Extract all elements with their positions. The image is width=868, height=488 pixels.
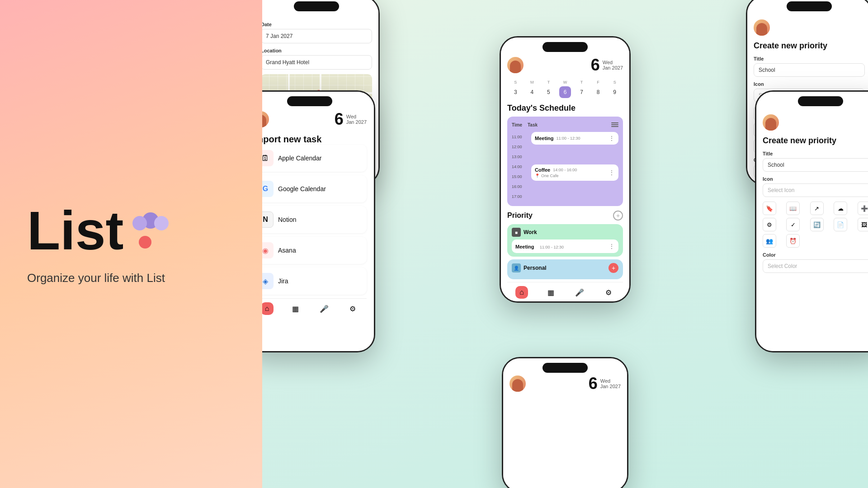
title-input[interactable]: School — [754, 63, 865, 77]
list-item[interactable]: ◈ Jira — [262, 267, 367, 295]
add-priority-button[interactable]: + — [613, 211, 623, 221]
avatar — [763, 114, 779, 131]
icon-cloud[interactable]: ☁ — [834, 202, 847, 215]
task-menu-icon[interactable]: ⋮ — [609, 169, 615, 176]
icon-bookmark[interactable]: 🔖 — [763, 202, 776, 215]
task-card-coffee[interactable]: Coffee 14:00 - 16:00 📍One Cafe ⋮ — [531, 164, 618, 181]
icon-share[interactable]: ↗ — [810, 202, 824, 215]
personal-icon: 👤 — [512, 263, 521, 272]
notion-label: Notion — [278, 216, 296, 223]
avatar — [507, 57, 524, 73]
icon-refresh[interactable]: 🔄 — [810, 218, 824, 231]
color-label: Color — [763, 252, 868, 258]
date-weekday: Wed — [603, 60, 623, 65]
list-item[interactable]: G Google Calendar — [262, 175, 367, 202]
date-display: 6 Wed Jan 2027 — [589, 374, 621, 393]
time-slot: 13:00 — [512, 152, 528, 162]
priority-label: Personal — [524, 265, 547, 271]
nav-calendar[interactable]: ▦ — [289, 302, 302, 315]
nav-settings[interactable]: ⚙ — [346, 302, 359, 315]
asana-icon: ◉ — [262, 242, 274, 258]
avatar — [754, 19, 770, 36]
week-day-s3[interactable]: S 3 — [509, 80, 522, 98]
priority-label: Work — [524, 229, 537, 235]
nav-calendar-button[interactable]: ▦ — [544, 286, 557, 299]
icon-clock[interactable]: ⏰ — [786, 234, 800, 248]
avatar — [262, 111, 269, 127]
avatar — [509, 375, 526, 392]
nav-home[interactable]: ⌂ — [262, 302, 274, 315]
task-card-meeting[interactable]: Meeting 11:00 - 12:30 ⋮ — [531, 132, 618, 145]
week-day-w6[interactable]: W 6 — [558, 80, 572, 98]
apple-calendar-icon: 🗓 — [262, 150, 274, 166]
add-task-button[interactable]: + — [609, 263, 618, 273]
task-menu-icon[interactable]: ⋮ — [609, 243, 615, 250]
phone-notch — [287, 96, 332, 106]
icon-doc[interactable]: 📄 — [834, 218, 847, 231]
list-item[interactable]: 🗓 Apple Calendar — [262, 145, 367, 172]
nav-settings-button[interactable]: ⚙ — [602, 286, 615, 299]
phone-notch — [787, 1, 832, 11]
bottom-nav: ⌂ ▦ 🎤 ⚙ — [507, 282, 623, 301]
date-field-value[interactable]: 7 Jan 2027 — [262, 29, 372, 43]
avatar-figure — [262, 115, 266, 127]
nav-mic[interactable]: 🎤 — [318, 302, 330, 315]
icon-group[interactable]: 👥 — [763, 234, 776, 248]
icon-grid: 🔖 📖 ↗ ☁ ➕ ⚙ ✓ 🔄 📄 🖼 👥 ⏰ — [763, 202, 868, 248]
date-weekday: Wed — [600, 378, 621, 384]
location-field-value[interactable]: Grand Hyatt Hotel — [262, 55, 372, 70]
priority-title: Priority — [507, 211, 533, 220]
task-time: 11:00 - 12:30 — [557, 136, 580, 141]
task-menu-icon[interactable]: ⋮ — [609, 135, 615, 142]
google-calendar-icon: G — [262, 181, 274, 197]
date-day-num: 6 — [591, 56, 600, 75]
week-day-s9[interactable]: S 9 — [608, 80, 622, 98]
icon-gear[interactable]: ⚙ — [763, 218, 776, 231]
phone-import-task: 6 Wed Jan 2027 Import new task 🗓 Apple C… — [262, 90, 375, 352]
task-name: Meeting — [535, 136, 554, 141]
list-item[interactable]: ◉ Asana — [262, 237, 367, 264]
logo-dot-2 — [132, 216, 147, 230]
week-day-f8[interactable]: F 8 — [591, 80, 605, 98]
phone-bottom-center: 6 Wed Jan 2027 — [502, 357, 628, 488]
logo-dot-4 — [139, 236, 151, 249]
nav-mic-button[interactable]: 🎤 — [573, 286, 586, 299]
form-title: Create new priority — [754, 41, 865, 51]
task-name: Coffee — [535, 167, 550, 173]
priority-task-item[interactable]: Meeting 11:00 - 12:30 ⋮ — [512, 239, 618, 253]
time-slot: 15:00 — [512, 172, 528, 182]
task-card-info: Coffee 14:00 - 16:00 📍One Cafe — [535, 167, 577, 178]
date-month-year: Jan 2027 — [346, 119, 367, 125]
icon-check[interactable]: ✓ — [786, 218, 800, 231]
title-input[interactable]: School — [763, 158, 868, 172]
app-subtitle: Organize your life with List — [27, 271, 165, 285]
avatar-figure — [512, 379, 523, 392]
icon-image[interactable]: 🖼 — [858, 218, 868, 231]
asana-label: Asana — [278, 247, 296, 254]
task-card-top: Coffee 14:00 - 16:00 — [535, 167, 577, 173]
date-display: 6 Wed Jan 2027 — [591, 56, 623, 75]
task-col-header: Task — [528, 122, 611, 127]
avatar-figure — [765, 118, 776, 131]
icon-add-circle[interactable]: ➕ — [858, 202, 868, 215]
week-day-m4[interactable]: M 4 — [525, 80, 539, 98]
icon-book[interactable]: 📖 — [786, 202, 800, 215]
schedule-body: 11:00 12:00 13:00 14:00 15:00 16:00 17:0… — [512, 132, 618, 202]
form-phone-content: Create new priority Title School Icon Se… — [756, 92, 868, 351]
title-label: Title — [763, 151, 868, 156]
work-icon: ■ — [512, 228, 521, 237]
priority-task-info: Meeting 11:00 - 12:30 — [515, 242, 564, 250]
list-item[interactable]: N Notion — [262, 206, 367, 233]
color-select[interactable]: Select Color — [763, 259, 868, 273]
nav-home-button[interactable]: ⌂ — [515, 286, 528, 299]
phone-header: 6 Wed Jan 2027 — [509, 374, 621, 393]
priority-card-work: ■ Work Meeting 11:00 - 12:30 ⋮ — [507, 224, 623, 257]
jira-label: Jira — [278, 277, 288, 285]
time-slot: 12:00 — [512, 142, 528, 152]
icon-select[interactable]: Select Icon — [763, 183, 868, 197]
app-title: List — [27, 203, 123, 258]
schedule-header: Time Task — [512, 121, 618, 128]
schedule-title: Today's Schedule — [507, 103, 623, 113]
week-day-t7[interactable]: T 7 — [575, 80, 589, 98]
week-day-t5[interactable]: T 5 — [542, 80, 555, 98]
